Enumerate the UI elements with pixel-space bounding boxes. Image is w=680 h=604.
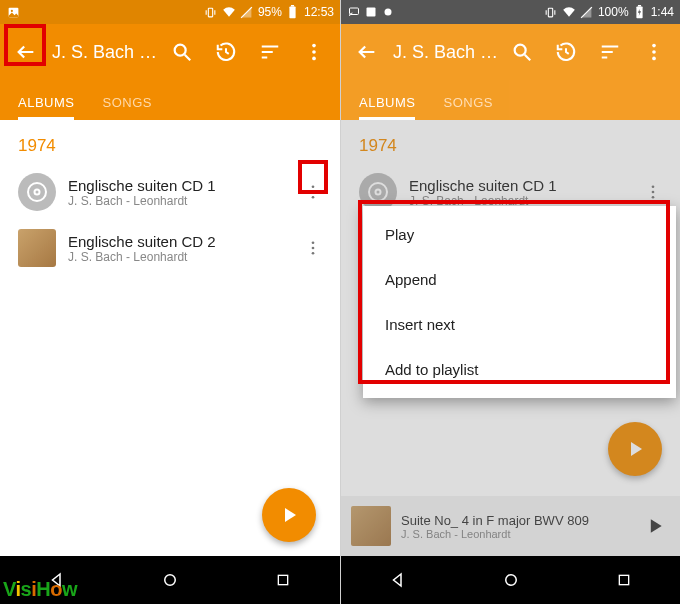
svg-rect-24 — [638, 5, 641, 7]
history-button[interactable] — [204, 30, 248, 74]
sort-button[interactable] — [588, 30, 632, 74]
gallery-icon — [364, 5, 378, 19]
menu-insert-next[interactable]: Insert next — [363, 302, 676, 347]
tab-songs[interactable]: SONGS — [443, 95, 492, 120]
album-row[interactable]: Englische suiten CD 2 J. S. Bach - Leonh… — [0, 220, 340, 276]
wifi-icon — [222, 5, 236, 19]
history-button[interactable] — [544, 30, 588, 74]
battery-pct: 95% — [258, 5, 282, 19]
nav-recent[interactable] — [271, 568, 295, 592]
svg-point-13 — [312, 196, 315, 199]
back-button[interactable] — [345, 30, 389, 74]
overflow-button[interactable] — [292, 30, 336, 74]
album-row[interactable]: Englische suiten CD 1 J. S. Bach - Leonh… — [0, 164, 340, 220]
album-more-button[interactable] — [298, 172, 328, 212]
page-title: J. S. Bach -... — [389, 42, 500, 63]
battery-pct: 100% — [598, 5, 629, 19]
svg-point-17 — [165, 575, 176, 586]
status-bar: 95% 12:53 — [0, 0, 340, 24]
svg-point-15 — [312, 247, 315, 250]
disc-icon — [18, 173, 56, 211]
svg-point-25 — [515, 45, 526, 56]
nav-home[interactable] — [158, 568, 182, 592]
svg-rect-4 — [291, 5, 294, 7]
clock: 1:44 — [651, 5, 674, 19]
wifi-icon — [562, 5, 576, 19]
album-subtitle: J. S. Bach - Leonhardt — [68, 194, 286, 208]
status-bar: 100% 1:44 — [341, 0, 680, 24]
svg-point-12 — [312, 191, 315, 194]
vibrate-icon — [204, 5, 218, 19]
svg-point-7 — [312, 50, 316, 54]
signal-off-icon — [580, 5, 594, 19]
sort-button[interactable] — [248, 30, 292, 74]
svg-point-11 — [312, 185, 315, 188]
signal-off-icon — [240, 5, 254, 19]
album-list: 1974 Englische suiten CD 1 J. S. Bach - … — [341, 120, 680, 556]
tab-songs[interactable]: SONGS — [102, 95, 151, 120]
menu-append[interactable]: Append — [363, 257, 676, 302]
back-button[interactable] — [4, 30, 48, 74]
svg-point-10 — [35, 190, 40, 195]
svg-rect-18 — [279, 575, 288, 584]
svg-point-5 — [175, 45, 186, 56]
svg-point-1 — [10, 9, 12, 11]
battery-charging-icon — [633, 5, 647, 19]
svg-point-14 — [312, 241, 315, 244]
gallery-icon — [6, 5, 20, 19]
svg-point-28 — [652, 57, 656, 61]
svg-rect-20 — [367, 8, 376, 17]
svg-rect-2 — [209, 8, 213, 17]
svg-point-16 — [312, 252, 315, 255]
svg-rect-35 — [619, 575, 628, 584]
album-title: Englische suiten CD 1 — [68, 177, 286, 194]
svg-rect-22 — [549, 8, 553, 17]
app-bar: J. S. Bach -... — [341, 24, 680, 80]
tabs: ALBUMS SONGS — [341, 80, 680, 120]
album-more-button[interactable] — [298, 228, 328, 268]
tab-albums[interactable]: ALBUMS — [18, 95, 74, 120]
svg-point-9 — [28, 183, 46, 201]
phone-right: 100% 1:44 J. S. Bach -... ALBUMS SONGS 1… — [340, 0, 680, 604]
notification-icon — [381, 5, 395, 19]
clock: 12:53 — [304, 5, 334, 19]
svg-point-34 — [505, 575, 516, 586]
cast-icon — [347, 5, 361, 19]
tab-albums[interactable]: ALBUMS — [359, 95, 415, 120]
svg-point-8 — [312, 57, 316, 61]
phone-left: 95% 12:53 J. S. Bach -... ALBUMS SONGS 1… — [0, 0, 340, 604]
menu-play[interactable]: Play — [363, 212, 676, 257]
album-art-icon — [18, 229, 56, 267]
battery-icon — [286, 5, 300, 19]
album-list: 1974 Englische suiten CD 1 J. S. Bach - … — [0, 120, 340, 556]
watermark: VisiHow — [3, 578, 77, 601]
tabs: ALBUMS SONGS — [0, 80, 340, 120]
menu-add-to-playlist[interactable]: Add to playlist — [363, 347, 676, 392]
app-bar: J. S. Bach -... — [0, 24, 340, 80]
context-menu: Play Append Insert next Add to playlist — [363, 206, 676, 398]
search-button[interactable] — [160, 30, 204, 74]
nav-home[interactable] — [499, 568, 523, 592]
album-title: Englische suiten CD 2 — [68, 233, 286, 250]
overflow-button[interactable] — [632, 30, 676, 74]
search-button[interactable] — [500, 30, 544, 74]
svg-point-6 — [312, 44, 316, 48]
svg-point-27 — [652, 50, 656, 54]
page-title: J. S. Bach -... — [48, 42, 160, 63]
nav-recent[interactable] — [612, 568, 636, 592]
svg-point-26 — [652, 44, 656, 48]
play-fab[interactable] — [262, 488, 316, 542]
nav-back[interactable] — [386, 568, 410, 592]
vibrate-icon — [544, 5, 558, 19]
album-subtitle: J. S. Bach - Leonhardt — [68, 250, 286, 264]
svg-point-21 — [385, 9, 392, 16]
year-header: 1974 — [0, 120, 340, 164]
svg-rect-3 — [290, 7, 296, 19]
nav-bar — [341, 556, 680, 604]
